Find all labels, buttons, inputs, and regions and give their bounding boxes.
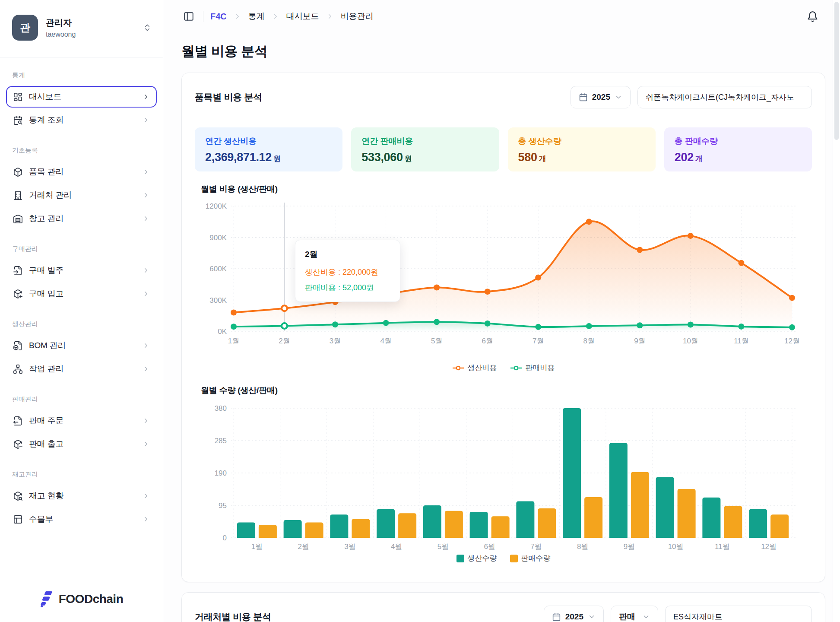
chevron-right-icon — [326, 13, 334, 20]
chevron-right-icon — [142, 267, 150, 274]
sidebar-item-stats-lookup[interactable]: 통계 조회 — [6, 109, 157, 131]
notifications-button[interactable] — [807, 11, 818, 22]
svg-text:1월: 1월 — [251, 543, 263, 551]
chart-tooltip: 2월 생산비용 : 220,000원 판매비용 : 52,000원 — [295, 240, 400, 302]
svg-text:2월: 2월 — [298, 543, 309, 551]
svg-text:3월: 3월 — [330, 337, 341, 345]
legend-item-sales-qty: 판매수량 — [510, 553, 551, 563]
chevron-right-icon — [142, 417, 150, 425]
stat-total-sales-qty: 총 판매수량 202개 — [664, 127, 812, 171]
product-value: 쉬폰녹차케이크시트(CJ녹차케이크_자사노 — [646, 92, 794, 102]
svg-text:1200K: 1200K — [206, 202, 227, 210]
svg-text:6월: 6월 — [482, 337, 493, 345]
svg-text:12월: 12월 — [761, 543, 777, 551]
sidebar-item-label: 작업 관리 — [29, 363, 136, 374]
sidebar-item-inventory-status[interactable]: 재고 현황 — [6, 485, 157, 507]
legend-item-production-cost: 생산비용 — [452, 363, 497, 373]
card-title: 거래처별 비용 분석 — [195, 611, 271, 622]
vendor-select[interactable]: ES식자재마트 — [665, 606, 812, 622]
sidebar-item-jobs[interactable]: 작업 관리 — [6, 358, 157, 380]
year-select[interactable]: 2025 — [571, 86, 631, 108]
foodchain-logo: FOODchain — [0, 591, 163, 607]
legend-item-production-qty: 생산수량 — [456, 553, 497, 563]
stat-annual-sales-cost: 연간 판매비용 533,060원 — [351, 127, 499, 171]
network-icon — [13, 364, 23, 374]
svg-text:10월: 10월 — [683, 337, 698, 345]
sidebar-item-vendors[interactable]: 거래처 관리 — [6, 184, 157, 206]
sidebar-item-sales-order[interactable]: 판매 주문 — [6, 410, 157, 432]
line-chart-legend: 생산비용 판매비용 — [195, 363, 812, 373]
sidebar-item-sales-shipment[interactable]: 판매 출고 — [6, 433, 157, 455]
main-content: F4C 통계 대시보드 비용관리 월별 비용 분석 품목별 비용 분석 2025… — [163, 0, 840, 622]
legend-item-sales-cost: 판매비용 — [510, 363, 555, 373]
line-chart-area[interactable]: 0K300K600K900K1200K1월2월3월4월5월6월7월8월9월10월… — [195, 200, 812, 362]
bar-chart[interactable]: 0951902853801월2월3월4월5월6월7월8월9월10월11월12월 — [195, 401, 812, 552]
chevron-right-icon — [142, 290, 150, 298]
chevron-right-icon — [142, 365, 150, 373]
user-menu[interactable]: 관 관리자 taewoong — [0, 0, 163, 57]
sidebar-item-bom[interactable]: BOM 관리 — [6, 335, 157, 356]
square-marker-icon — [510, 555, 518, 562]
sidebar-item-label: 거래처 관리 — [29, 190, 136, 201]
chevron-right-icon — [142, 492, 150, 500]
svg-text:8월: 8월 — [577, 543, 588, 551]
page-title: 월별 비용 분석 — [181, 42, 825, 60]
svg-text:9월: 9월 — [624, 543, 635, 551]
line-marker-icon — [452, 365, 464, 371]
bar-chart-legend: 생산수량 판매수량 — [195, 553, 812, 563]
breadcrumb-item[interactable]: 대시보드 — [286, 11, 319, 22]
svg-text:4월: 4월 — [380, 337, 391, 345]
sidebar-item-purchase-receipt[interactable]: 구매 입고 — [6, 283, 157, 305]
scrollbar[interactable] — [833, 0, 840, 622]
package-minus-icon — [13, 439, 23, 449]
stat-annual-production-cost: 연간 생산비용 2,369,871.12원 — [195, 127, 342, 171]
chevrons-up-down-icon — [143, 23, 152, 32]
year-select[interactable]: 2025 — [544, 606, 604, 622]
tooltip-sales-row: 판매비용 : 52,000원 — [305, 282, 390, 293]
chevron-right-icon — [142, 191, 150, 199]
sidebar-item-purchase-order[interactable]: 구매 발주 — [6, 260, 157, 281]
year-value: 2025 — [565, 612, 583, 622]
sidebar-item-warehouses[interactable]: 창고 관리 — [6, 208, 157, 229]
chevron-down-icon — [615, 93, 622, 101]
product-select[interactable]: 쉬폰녹차케이크시트(CJ녹차케이크_자사노 — [637, 86, 812, 108]
sidebar-item-label: 통계 조회 — [29, 114, 136, 126]
topbar: F4C 통계 대시보드 비용관리 — [181, 0, 825, 33]
file-box-icon — [13, 341, 23, 351]
svg-text:2월: 2월 — [279, 337, 290, 345]
sidebar-item-label: 대시보드 — [29, 91, 136, 102]
svg-text:5월: 5월 — [437, 543, 449, 551]
sidebar-item-items[interactable]: 품목 관리 — [6, 161, 157, 183]
svg-text:7월: 7월 — [533, 337, 544, 345]
sidebar-toggle-button[interactable] — [181, 9, 196, 24]
divider — [203, 11, 203, 22]
line-chart[interactable]: 0K300K600K900K1200K1월2월3월4월5월6월7월8월9월10월… — [195, 200, 812, 362]
line-marker-icon — [510, 365, 522, 371]
sidebar-item-dashboard[interactable]: 대시보드 — [6, 86, 157, 108]
breadcrumb-brand[interactable]: F4C — [210, 12, 227, 22]
svg-text:10월: 10월 — [668, 543, 684, 551]
sidebar: 관 관리자 taewoong 통계 대시보드 통계 조회 기초등록 — [0, 0, 163, 622]
chevron-down-icon — [588, 613, 596, 621]
cost-analysis-card: 품목별 비용 분석 2025 쉬폰녹차케이크시트(CJ녹차케이크_자사노 연간 … — [181, 73, 825, 582]
chevron-right-icon — [142, 342, 150, 349]
filter-select[interactable]: 판매 — [611, 606, 658, 622]
vendor-analysis-card: 거래처별 비용 분석 2025 판매 ES식자재마트 — [181, 592, 825, 622]
file-input-icon — [13, 266, 23, 276]
chevron-right-icon — [234, 13, 241, 20]
svg-text:7월: 7월 — [530, 543, 542, 551]
bell-icon — [807, 11, 818, 22]
vendor-value: ES식자재마트 — [673, 612, 723, 622]
svg-text:190: 190 — [215, 469, 227, 477]
chevron-down-icon — [642, 613, 650, 621]
calendar-icon — [552, 612, 561, 622]
sidebar-item-label: 수불부 — [29, 514, 136, 525]
user-name: 관리자 — [46, 17, 135, 29]
stat-total-production-qty: 총 생산수량 580개 — [508, 127, 656, 171]
breadcrumb-item[interactable]: 통계 — [248, 11, 265, 22]
scrollbar-thumb[interactable] — [834, 2, 839, 140]
sidebar-item-ledger[interactable]: 수불부 — [6, 508, 157, 530]
breadcrumb-item[interactable]: 비용관리 — [341, 11, 374, 22]
sidebar-item-label: 재고 현황 — [29, 490, 136, 501]
bar-chart-title: 월별 수량 (생산/판매) — [201, 385, 812, 396]
